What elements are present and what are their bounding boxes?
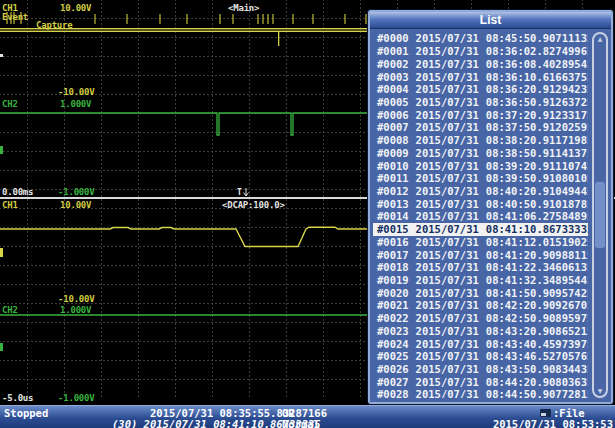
- list-row-id: #0016: [377, 236, 409, 248]
- upper-ch2-scale: 1.000V: [60, 100, 91, 109]
- scroll-down-icon[interactable]: ▼: [594, 387, 606, 395]
- zero-position-marker: [0, 54, 3, 57]
- list-row-date: 2015/07/31: [416, 388, 479, 398]
- list-row-id: #0006: [377, 109, 409, 121]
- list-row[interactable]: #0003 2015/07/31 08:36:10.61663755: [373, 70, 588, 83]
- list-row-id: #0025: [377, 350, 409, 362]
- list-row[interactable]: #0014 2015/07/31 08:41:06.27584895: [373, 210, 588, 223]
- scroll-thumb[interactable]: [595, 182, 605, 247]
- list-row-date: 2015/07/31: [416, 198, 479, 210]
- list-row[interactable]: #0024 2015/07/31 08:43:40.45973975: [373, 337, 588, 350]
- list-row-id: #0000: [377, 32, 409, 44]
- trigger-mode: Normal: [282, 419, 320, 428]
- list-row[interactable]: #0025 2015/07/31 08:43:46.52705765: [373, 350, 588, 363]
- list-row-id: #0013: [377, 198, 409, 210]
- list-row[interactable]: #0028 2015/07/31 08:44:50.90772815: [373, 388, 588, 398]
- lower-ch1-scale: 10.00V: [60, 201, 91, 210]
- list-row-date: 2015/07/31: [416, 376, 479, 388]
- list-row-date: 2015/07/31: [416, 350, 479, 362]
- list-row-id: #0010: [377, 160, 409, 172]
- list-row-id: #0007: [377, 121, 409, 133]
- list-row-id: #0014: [377, 210, 409, 222]
- list-row-time: 08:44:50.90772815: [486, 388, 588, 398]
- list-row-time: 08:40:20.91049445: [486, 185, 588, 197]
- list-row[interactable]: #0020 2015/07/31 08:41:50.90957425: [373, 286, 588, 299]
- list-row-id: #0023: [377, 325, 409, 337]
- list-row-date: 2015/07/31: [416, 299, 479, 311]
- list-row-id: #0017: [377, 249, 409, 261]
- list-row-time: 08:43:20.90865215: [486, 325, 588, 337]
- list-row-id: #0022: [377, 312, 409, 324]
- ch2-position-marker-lower: [0, 343, 3, 351]
- list-row-date: 2015/07/31: [416, 121, 479, 133]
- list-row[interactable]: #0010 2015/07/31 08:39:20.91110745: [373, 159, 588, 172]
- scroll-up-icon[interactable]: ▲: [594, 35, 606, 43]
- list-row-time: 08:41:12.01519025: [486, 236, 588, 248]
- list-row-time: 08:43:40.45973975: [486, 338, 588, 350]
- list-row[interactable]: #0018 2015/07/31 08:41:22.34606135: [373, 261, 588, 274]
- list-row[interactable]: #0027 2015/07/31 08:44:20.90803635: [373, 375, 588, 388]
- list-row-time: 08:43:50.90834435: [486, 363, 588, 375]
- lower-ch2-label: CH2: [2, 306, 18, 315]
- list-row[interactable]: #0011 2015/07/31 08:39:50.91080105: [373, 172, 588, 185]
- list-row-time: 08:41:22.34606135: [486, 261, 588, 273]
- list-row-date: 2015/07/31: [416, 96, 479, 108]
- list-row-date: 2015/07/31: [416, 172, 479, 184]
- list-row-time: 08:40:50.91018785: [486, 198, 588, 210]
- list-row-date: 2015/07/31: [416, 287, 479, 299]
- upper-ch1-neg-scale: -10.00V: [58, 88, 95, 97]
- list-row-time: 08:44:20.90803635: [486, 376, 588, 388]
- oscilloscope-screen: CH1 10.00V <Main> Event Capture -10.00V …: [0, 0, 615, 428]
- list-row[interactable]: #0007 2015/07/31 08:37:50.91202595: [373, 121, 588, 134]
- list-row[interactable]: #0012 2015/07/31 08:40:20.91049445: [373, 185, 588, 198]
- list-row[interactable]: #0008 2015/07/31 08:38:20.91171985: [373, 134, 588, 147]
- status-bar: Stopped 2015/07/31 08:35:55.83287166 OR …: [0, 405, 615, 428]
- list-row[interactable]: #0013 2015/07/31 08:40:50.91018785: [373, 197, 588, 210]
- list-row-date: 2015/07/31: [416, 160, 479, 172]
- list-row[interactable]: #0026 2015/07/31 08:43:50.90834435: [373, 363, 588, 376]
- list-row-time: 08:36:10.61663755: [486, 71, 588, 83]
- list-row[interactable]: #0023 2015/07/31 08:43:20.90865215: [373, 325, 588, 338]
- list-row-id: #0015: [377, 223, 409, 235]
- list-row-id: #0019: [377, 274, 409, 286]
- list-row-date: 2015/07/31: [416, 185, 479, 197]
- upper-time-offset: 0.00ms: [2, 188, 33, 197]
- list-row[interactable]: #0019 2015/07/31 08:41:32.34895445: [373, 274, 588, 287]
- clock: 2015/07/31 08:53:53: [493, 419, 613, 428]
- list-row-id: #0004: [377, 83, 409, 95]
- list-row-id: #0012: [377, 185, 409, 197]
- list-row-time: 08:42:50.90895975: [486, 312, 588, 324]
- list-row[interactable]: #0017 2015/07/31 08:41:20.90988115: [373, 248, 588, 261]
- list-row[interactable]: #0004 2015/07/31 08:36:20.91294235: [373, 83, 588, 96]
- list-row[interactable]: #0022 2015/07/31 08:42:50.90895975: [373, 312, 588, 325]
- list-row-time: 08:41:10.86733335: [486, 223, 588, 235]
- list-row-id: #0024: [377, 338, 409, 350]
- list-row-date: 2015/07/31: [416, 325, 479, 337]
- list-row[interactable]: #0001 2015/07/31 08:36:02.82749965: [373, 45, 588, 58]
- lower-ch2-scale: 1.000V: [60, 306, 91, 315]
- lower-ch1-label: CH1: [2, 201, 18, 210]
- list-row-date: 2015/07/31: [416, 363, 479, 375]
- dialog-title: List: [480, 13, 501, 27]
- capture-list-dialog: List #0000 2015/07/31 08:45:50.90711135 …: [368, 10, 613, 404]
- list-row-date: 2015/07/31: [416, 134, 479, 146]
- list-row[interactable]: #0006 2015/07/31 08:37:20.91233175: [373, 108, 588, 121]
- file-device-icon: [540, 409, 551, 417]
- list-row-date: 2015/07/31: [416, 312, 479, 324]
- list-row[interactable]: #0002 2015/07/31 08:36:08.40289545: [373, 57, 588, 70]
- list-row-time: 08:42:20.90926705: [486, 299, 588, 311]
- list-row-date: 2015/07/31: [416, 32, 479, 44]
- list-row[interactable]: #0009 2015/07/31 08:38:50.91141375: [373, 146, 588, 159]
- list-row-time: 08:41:32.34895445: [486, 274, 588, 286]
- list-row-id: #0021: [377, 299, 409, 311]
- list-row[interactable]: #0021 2015/07/31 08:42:20.90926705: [373, 299, 588, 312]
- list-row[interactable]: #0005 2015/07/31 08:36:50.91263725: [373, 96, 588, 109]
- list-row[interactable]: #0016 2015/07/31 08:41:12.01519025: [373, 236, 588, 249]
- list-row[interactable]: #0000 2015/07/31 08:45:50.90711135: [373, 32, 588, 45]
- list-row-time: 08:39:50.91080105: [486, 172, 588, 184]
- list-scrollbar[interactable]: ▲ ▼: [592, 32, 608, 398]
- list-row-date: 2015/07/31: [416, 236, 479, 248]
- lower-ch1-neg-scale: -10.00V: [58, 295, 95, 304]
- list-row[interactable]: #0015 2015/07/31 08:41:10.86733335: [373, 223, 588, 236]
- list-row-time: 08:38:50.91141375: [486, 147, 588, 159]
